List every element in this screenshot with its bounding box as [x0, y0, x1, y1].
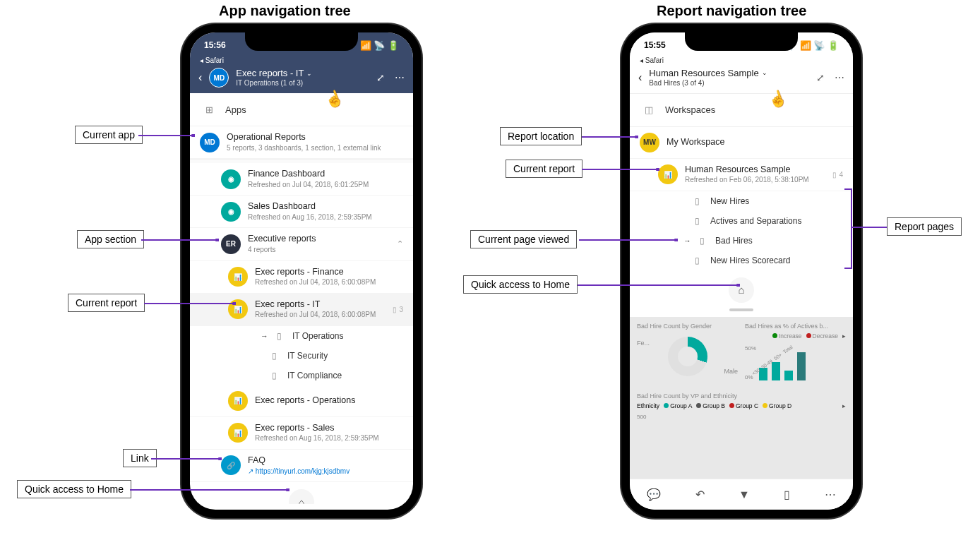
page-count-badge: ▯ 3	[393, 306, 403, 313]
annot-current-report: Current report	[68, 294, 145, 312]
notch	[685, 32, 798, 51]
header-title-dropdown[interactable]: Human Resources Sample ⌄ Bad Hires (3 of…	[649, 68, 809, 88]
chevron-up-icon: ⌃	[397, 239, 403, 248]
dashboard-row[interactable]: ◉ Finance Dashboard Refreshed on Jul 04,…	[190, 163, 413, 196]
current-arrow-icon: →	[683, 236, 691, 245]
dashboard-icon: ◉	[221, 169, 241, 189]
annot-current-page: Current page viewed	[470, 230, 577, 248]
workspace-avatar: MW	[640, 133, 659, 152]
home-button[interactable]: ⌂	[289, 489, 314, 504]
report-icon: 📊	[228, 299, 248, 319]
annot-current-report-r: Current report	[506, 160, 582, 178]
report-icon: 📊	[228, 391, 248, 411]
page-icon: ▯	[695, 196, 705, 206]
annot-link: Link	[123, 449, 157, 467]
annot-quick-home-r: Quick access to Home	[463, 275, 578, 294]
notch	[245, 32, 358, 51]
annot-current-app: Current app	[75, 126, 143, 144]
phone-app-nav: 15:56 📶 📡 🔋 ◂ Safari ‹ MD Exec reports -…	[181, 24, 422, 518]
page-icon: ▯	[272, 371, 282, 380]
status-time: 15:56	[204, 40, 226, 50]
report-page-current[interactable]: → ▯ Bad Hires	[630, 231, 853, 251]
page-icon: ▯	[695, 216, 705, 226]
page-icon: ▯	[272, 351, 282, 361]
report-row[interactable]: 📊 Exec reports - Operations	[190, 385, 413, 417]
filter-icon[interactable]: ▼	[739, 488, 750, 501]
header-avatar: MD	[209, 68, 229, 88]
report-icon: 📊	[228, 423, 248, 443]
app-avatar: MD	[200, 133, 220, 152]
workspaces-row[interactable]: ◫ Workspaces	[630, 94, 853, 127]
report-page[interactable]: ▯ IT Compliance	[190, 366, 413, 385]
report-row[interactable]: 📊 Exec reports - Finance Refreshed on Ju…	[190, 261, 413, 294]
dashboard-icon: ◉	[221, 202, 241, 222]
section-avatar: ER	[221, 234, 241, 254]
link-icon: 🔗	[221, 455, 241, 475]
safari-back[interactable]: ◂ Safari	[640, 56, 664, 64]
annot-report-location: Report location	[500, 127, 582, 145]
apps-icon: ⊞	[200, 100, 218, 119]
safari-back[interactable]: ◂ Safari	[200, 56, 224, 64]
page-icon: ▯	[695, 256, 705, 265]
expand-icon[interactable]: ⤢	[376, 72, 385, 83]
report-page[interactable]: ▯ New Hires	[630, 191, 853, 211]
report-icon: 📊	[228, 267, 248, 287]
section-row[interactable]: ER Executive reports 4 reports ⌃	[190, 228, 413, 260]
report-row[interactable]: 📊 Human Resources Sample Refreshed on Fe…	[630, 159, 853, 191]
report-icon: 📊	[658, 164, 678, 184]
annot-quick-home: Quick access to Home	[17, 480, 131, 498]
comment-icon[interactable]: 💬	[647, 488, 661, 501]
current-app-row[interactable]: MD Operational Reports 5 reports, 3 dash…	[190, 126, 413, 159]
donut-chart	[668, 337, 707, 376]
home-button[interactable]: ⌂	[729, 277, 754, 303]
more-icon[interactable]: ⋯	[395, 72, 405, 83]
page-icon: ▯	[700, 236, 710, 246]
report-page[interactable]: ▯ New Hires Scorecard	[630, 251, 853, 270]
back-icon[interactable]: ‹	[638, 71, 642, 84]
bookmark-icon[interactable]: ▯	[784, 488, 790, 501]
report-page[interactable]: ▯ Actives and Separations	[630, 211, 853, 231]
workspace-icon: ◫	[640, 101, 658, 119]
page-icon: ▯	[277, 331, 287, 341]
header-title-dropdown[interactable]: Exec reports - IT ⌄ IT Operations (1 of …	[236, 68, 369, 88]
expand-icon[interactable]: ⤢	[816, 72, 825, 83]
annot-app-section: App section	[77, 230, 144, 248]
more-icon[interactable]: ⋯	[835, 72, 844, 83]
dashboard-row[interactable]: ◉ Sales Dashboard Refreshed on Aug 16, 2…	[190, 196, 413, 228]
chevron-down-icon: ⌄	[306, 70, 312, 78]
back-icon[interactable]: ‹	[198, 71, 202, 84]
workspace-row[interactable]: MW My Workspace	[630, 127, 853, 159]
bottom-toolbar: 💬 ↶ ▼ ▯ ⋯	[630, 479, 853, 510]
drag-handle[interactable]	[729, 308, 753, 311]
heading-app-nav: App navigation tree	[219, 3, 351, 19]
status-icons: 📶 📡 🔋	[360, 40, 399, 51]
status-time: 15:55	[644, 40, 666, 50]
annot-report-pages: Report pages	[887, 217, 962, 236]
more-icon[interactable]: ⋯	[825, 488, 836, 501]
chevron-down-icon: ⌄	[762, 69, 767, 77]
apps-row[interactable]: ⊞ Apps	[190, 93, 413, 126]
heading-report-nav: Report navigation tree	[657, 3, 806, 19]
report-row[interactable]: 📊 Exec reports - Sales Refreshed on Aug …	[190, 417, 413, 450]
page-count-badge: ▯ 4	[832, 171, 843, 179]
link-row[interactable]: 🔗 FAQ ↗ https://tinyurl.com/kjg;kjsdbmv	[190, 450, 413, 482]
current-arrow-icon: →	[261, 332, 268, 340]
report-row-active[interactable]: 📊 Exec reports - IT Refreshed on Jul 04,…	[190, 294, 413, 326]
report-page[interactable]: → ▯ IT Operations	[190, 326, 413, 346]
report-preview: Bad Hire Count by Gender Fe... Male Bad …	[630, 317, 853, 479]
undo-icon[interactable]: ↶	[695, 488, 705, 501]
phone-report-nav: 15:55 📍 📶 📡 🔋 ◂ Safari ‹ Human Resources…	[621, 24, 861, 518]
report-page[interactable]: ▯ IT Security	[190, 346, 413, 366]
